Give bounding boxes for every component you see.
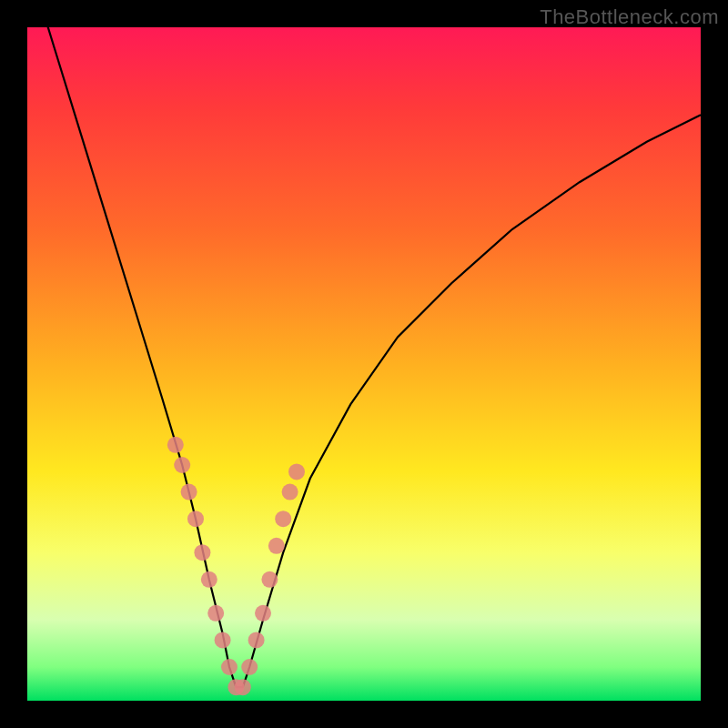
marker-dot xyxy=(255,605,271,622)
marker-dot xyxy=(207,605,224,622)
marker-dot xyxy=(221,659,238,675)
watermark-label: TheBottleneck.com xyxy=(540,5,719,29)
marker-dot xyxy=(174,457,190,473)
marker-dot xyxy=(241,659,258,675)
marker-dot xyxy=(181,484,197,500)
marker-dot xyxy=(282,484,298,500)
bottleneck-curve xyxy=(27,27,701,687)
marker-dot xyxy=(167,437,184,453)
highlight-dots xyxy=(167,437,305,695)
marker-dot xyxy=(288,463,305,480)
plot-area xyxy=(27,27,701,701)
marker-dot xyxy=(235,679,251,695)
marker-dot xyxy=(215,632,231,648)
marker-dot xyxy=(187,511,204,527)
marker-dot xyxy=(268,538,285,554)
marker-dot xyxy=(194,544,210,561)
marker-dot xyxy=(261,571,278,588)
chart-svg xyxy=(27,27,701,701)
marker-dot xyxy=(275,511,291,527)
chart-frame: TheBottleneck.com xyxy=(0,0,728,728)
marker-dot xyxy=(201,571,217,588)
marker-dot xyxy=(248,632,265,648)
